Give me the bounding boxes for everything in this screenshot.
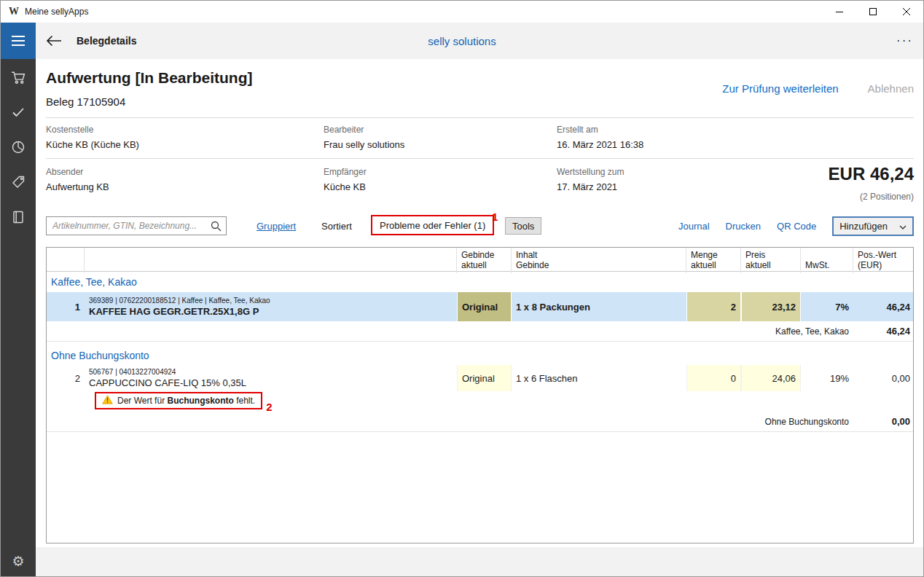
document-number: Beleg 17105904 xyxy=(46,95,125,108)
bottom-status-bar xyxy=(36,547,923,576)
meta-value: 16. März 2021 16:38 xyxy=(557,139,643,150)
header-number xyxy=(47,248,85,273)
window-controls xyxy=(823,1,923,23)
gebinde-cell[interactable]: Original xyxy=(457,292,512,321)
menge-cell[interactable]: 0 xyxy=(686,365,741,391)
header-preis[interactable]: Preisaktuell xyxy=(741,248,801,273)
inhalt-cell: 1 x 6 Flaschen xyxy=(512,365,686,391)
sidebar: ⚙ xyxy=(1,59,36,576)
warning-icon xyxy=(102,395,113,407)
row-description: 506767 | 04013227004924 CAPPUCCINO CAFE-… xyxy=(85,365,457,391)
problems-errors-button[interactable]: Probleme oder Fehler (1) xyxy=(380,220,485,231)
maximize-button[interactable] xyxy=(856,1,890,23)
annotation-box-1: Probleme oder Fehler (1) xyxy=(371,215,494,235)
meta-empfaenger: Empfänger Küche KB xyxy=(324,167,367,192)
subtotal-value: 46,24 xyxy=(853,321,914,341)
search-box xyxy=(46,216,227,235)
inhalt-cell: 1 x 8 Packungen xyxy=(512,292,686,321)
chevron-down-icon xyxy=(899,221,907,232)
preis-cell[interactable]: 23,12 xyxy=(741,292,801,321)
header-gebinde[interactable]: Gebindeaktuell xyxy=(457,248,512,273)
meta-value: Aufwertung KB xyxy=(46,181,109,192)
subtotal-label: Kaffee, Tee, Kakao xyxy=(47,321,853,341)
meta-value: Frau selly solutions xyxy=(324,139,404,150)
meta-label: Empfänger xyxy=(324,167,367,177)
add-dropdown[interactable]: Hinzufügen xyxy=(832,216,914,236)
header-mwst[interactable]: MwSt. xyxy=(801,248,853,273)
article-info: 369389 | 07622200188512 | Kaffee | Kaffe… xyxy=(89,297,270,305)
checkmark-icon[interactable] xyxy=(10,104,26,120)
meta-kostenstelle: Kostenstelle Küche KB (Küche KB) xyxy=(46,125,139,150)
meta-absender: Absender Aufwertung KB xyxy=(46,167,109,192)
reject-button[interactable]: Ablehnen xyxy=(868,82,914,95)
table-row-2[interactable]: 2 506767 | 04013227004924 CAPPUCCINO CAF… xyxy=(47,365,913,391)
pie-chart-icon[interactable] xyxy=(10,139,26,155)
divider xyxy=(46,117,914,118)
annotation-box-2: Der Wert für Buchungskonto fehlt. xyxy=(95,392,262,409)
menge-cell[interactable]: 2 xyxy=(686,292,741,321)
main-content: Aufwertung [In Bearbeitung] Beleg 171059… xyxy=(36,59,923,576)
search-icon[interactable] xyxy=(211,221,222,235)
row-number: 2 xyxy=(47,365,85,391)
journal-link[interactable]: Journal xyxy=(678,221,710,232)
header-menge[interactable]: Mengeaktuell xyxy=(686,248,741,273)
meta-value: Küche KB (Küche KB) xyxy=(46,139,139,150)
meta-erstellt-am: Erstellt am 16. März 2021 16:38 xyxy=(557,125,643,150)
group-subtotal-kaffee: Kaffee, Tee, Kakao 46,24 xyxy=(47,321,913,342)
article-info: 506767 | 04013227004924 xyxy=(89,368,176,376)
app-center-title: selly solutions xyxy=(1,23,923,59)
annotation-marker-1: 1 xyxy=(492,211,498,223)
mwst-cell: 19% xyxy=(801,365,853,391)
divider xyxy=(46,158,914,159)
print-link[interactable]: Drucken xyxy=(726,221,761,232)
row-error: Der Wert für Buchungskonto fehlt. 2 xyxy=(47,391,913,412)
table-row-1[interactable]: 1 369389 | 07622200188512 | Kaffee | Kaf… xyxy=(47,292,913,321)
meta-label: Erstellt am xyxy=(557,125,643,135)
toolbar-right: Journal Drucken QR Code Hinzufügen xyxy=(678,216,914,236)
app-window: W Meine sellyApps Belegdetails selly sol… xyxy=(0,0,924,577)
meta-bearbeiter: Bearbeiter Frau selly solutions xyxy=(324,125,404,150)
tag-icon[interactable] xyxy=(10,174,26,190)
more-options-icon[interactable]: ··· xyxy=(896,23,913,59)
positions-table: Gebindeaktuell InhaltGebinde Mengeaktuel… xyxy=(46,247,914,543)
sorted-toggle[interactable]: Sortiert xyxy=(321,221,352,232)
gear-icon[interactable]: ⚙ xyxy=(1,553,36,569)
row-description: 369389 | 07622200188512 | Kaffee | Kaffe… xyxy=(85,292,457,321)
preis-cell[interactable]: 24,06 xyxy=(741,365,801,391)
table-header-row: Gebindeaktuell InhaltGebinde Mengeaktuel… xyxy=(47,248,913,272)
app-header-bar: Belegdetails selly solutions ··· xyxy=(1,23,923,59)
page-title: Belegdetails xyxy=(77,23,136,59)
subtotal-label: Ohne Buchungskonto xyxy=(47,412,853,431)
group-subtotal-ohne-buchungskonto: Ohne Buchungskonto 0,00 xyxy=(47,412,913,432)
header-description xyxy=(85,248,457,273)
group-header-ohne-buchungskonto[interactable]: Ohne Buchungskonto xyxy=(47,342,913,365)
meta-label: Absender xyxy=(46,167,109,177)
cart-icon[interactable] xyxy=(10,69,26,85)
add-dropdown-label: Hinzufügen xyxy=(839,221,888,232)
wert-cell: 46,24 xyxy=(853,292,914,321)
error-message: Der Wert für Buchungskonto fehlt. xyxy=(117,396,255,406)
back-button[interactable] xyxy=(43,32,65,50)
meta-wertstellung: Wertstellung zum 17. März 2021 xyxy=(557,167,624,192)
meta-label: Bearbeiter xyxy=(324,125,404,135)
close-button[interactable] xyxy=(890,1,923,23)
meta-label: Kostenstelle xyxy=(46,125,139,135)
header-inhalt[interactable]: InhaltGebinde xyxy=(512,248,686,273)
meta-value: 17. März 2021 xyxy=(557,181,624,192)
minimize-button[interactable] xyxy=(823,1,856,23)
journal-icon[interactable] xyxy=(10,209,26,225)
qr-code-link[interactable]: QR Code xyxy=(777,221,816,232)
meta-label: Wertstellung zum xyxy=(557,167,624,177)
forward-review-button[interactable]: Zur Prüfung weiterleiten xyxy=(722,82,838,95)
gebinde-cell[interactable]: Original xyxy=(457,365,512,391)
document-title: Aufwertung [In Bearbeitung] xyxy=(46,69,252,87)
hamburger-menu-icon[interactable] xyxy=(1,23,36,59)
article-name: KAFFEE HAG GEGR.GETR.25X1,8G P xyxy=(89,306,259,317)
toolbar: Gruppiert Sortiert Probleme oder Fehler … xyxy=(46,216,914,238)
tools-button[interactable]: Tools xyxy=(505,217,541,235)
grouped-toggle[interactable]: Gruppiert xyxy=(257,221,296,232)
search-input[interactable] xyxy=(47,217,226,235)
group-header-kaffee[interactable]: Kaffee, Tee, Kakao xyxy=(47,272,913,292)
row-number: 1 xyxy=(47,292,85,321)
header-wert[interactable]: Pos.-Wert(EUR) xyxy=(853,248,914,273)
